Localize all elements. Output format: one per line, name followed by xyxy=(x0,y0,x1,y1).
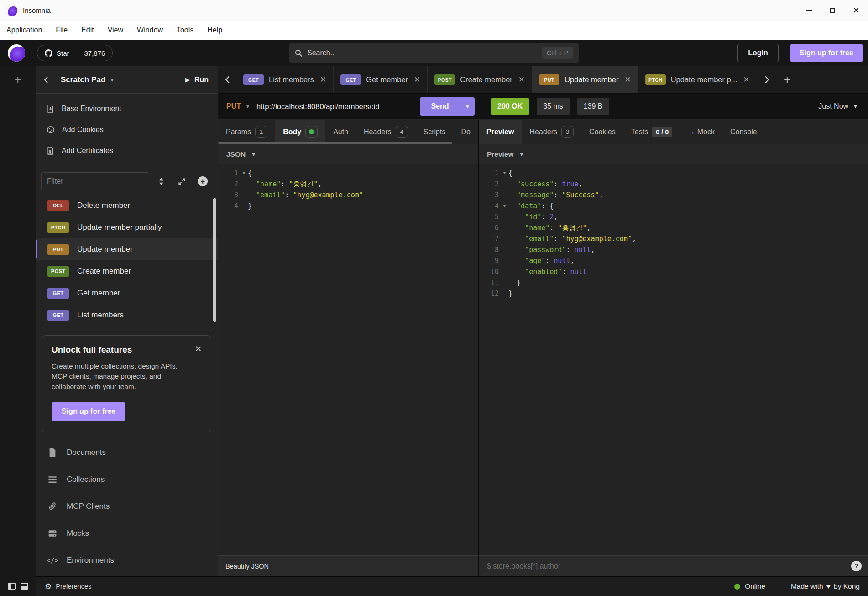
menubar: ApplicationFileEditViewWindowToolsHelp xyxy=(0,21,868,40)
github-star-button[interactable]: Star xyxy=(37,45,77,61)
run-button[interactable]: ▶ Run xyxy=(185,76,209,84)
horizontal-scrollbar[interactable] xyxy=(218,142,452,144)
sidebar-item-base-environment[interactable]: Base Environment xyxy=(36,98,218,119)
response-preview-viewer[interactable]: 1▼{2"success": true,3"message": "Success… xyxy=(479,164,868,555)
tab-create-member[interactable]: POSTCreate member✕ xyxy=(428,66,532,93)
request-item-list-members[interactable]: GETList members xyxy=(36,304,218,326)
history-label: Just Now xyxy=(818,102,848,111)
request-body-editor[interactable]: 1▼{2"name": "홍영길",3"email": "hyg@example… xyxy=(218,164,478,555)
sort-button[interactable] xyxy=(153,172,170,190)
response-tab-console[interactable]: Console xyxy=(722,120,765,144)
url-input[interactable]: http://localhost:8080/api/members/:id xyxy=(256,102,380,111)
tab-label: Do xyxy=(461,128,470,136)
chevron-down-icon: ▼ xyxy=(519,152,524,157)
response-line-4: 4▼"data": { xyxy=(479,200,868,211)
fold-arrow-icon[interactable]: ▼ xyxy=(501,200,508,211)
send-options-button[interactable]: ▼ xyxy=(460,97,475,116)
request-tab-body[interactable]: Body xyxy=(275,120,325,144)
close-tab-icon[interactable]: ✕ xyxy=(624,76,631,84)
close-icon[interactable]: ✕ xyxy=(195,345,202,353)
global-search[interactable]: Ctrl + P xyxy=(289,43,579,63)
tab-update-member[interactable]: PUTUpdate member✕ xyxy=(532,66,638,93)
search-input[interactable] xyxy=(307,49,542,57)
response-tab-mock[interactable]: → Mock xyxy=(680,120,722,144)
menu-file[interactable]: File xyxy=(56,26,68,34)
workspace-name[interactable]: Scratch Pad xyxy=(61,75,105,84)
close-tab-icon[interactable]: ✕ xyxy=(414,76,420,84)
request-tab-do[interactable]: Do xyxy=(453,120,478,144)
request-tab-params[interactable]: Params1 xyxy=(218,120,275,144)
online-label: Online xyxy=(745,582,765,591)
request-tab-scripts[interactable]: Scripts xyxy=(416,120,454,144)
request-item-update-member[interactable]: PUTUpdate member xyxy=(36,238,218,260)
menu-edit[interactable]: Edit xyxy=(81,26,94,34)
sidebar-nav-documents[interactable]: Documents xyxy=(36,439,218,466)
response-tab-cookies[interactable]: Cookies xyxy=(581,120,623,144)
signup-button[interactable]: Sign up for free xyxy=(790,44,863,62)
menu-window[interactable]: Window xyxy=(137,26,163,34)
vertical-scrollbar[interactable] xyxy=(213,198,216,322)
toggle-panel-icon[interactable] xyxy=(21,583,28,590)
request-label: List members xyxy=(77,311,124,320)
close-button[interactable]: ✕ xyxy=(844,0,868,21)
tabs-scroll-left-button[interactable] xyxy=(218,66,236,93)
sidebar-item-label: Add Cookies xyxy=(62,126,104,134)
tab-get-member[interactable]: GETGet member✕ xyxy=(334,66,428,93)
request-tab-auth[interactable]: Auth xyxy=(325,120,356,144)
signup-cta-button[interactable]: Sign up for free xyxy=(52,402,125,421)
menu-tools[interactable]: Tools xyxy=(177,26,193,34)
toggle-sidebar-icon[interactable] xyxy=(8,583,16,590)
sidebar-item-add-certificates[interactable]: Add Certificates xyxy=(36,140,218,161)
response-tab-preview[interactable]: Preview xyxy=(479,120,522,144)
tab-update-member-p[interactable]: PTCHUpdate member p...✕ xyxy=(638,66,757,93)
sidebar-nav-collections[interactable]: Collections xyxy=(36,466,218,493)
tabs-scroll-right-button[interactable] xyxy=(757,66,777,93)
maximize-button[interactable] xyxy=(821,0,844,21)
add-request-button[interactable]: + xyxy=(194,172,211,190)
request-item-update-member-partially[interactable]: PTCHUpdate member partially xyxy=(36,216,218,238)
preferences-label: Preferences xyxy=(56,583,91,590)
login-button[interactable]: Login xyxy=(737,44,779,62)
fold-arrow-icon[interactable]: ▼ xyxy=(501,168,508,179)
preview-mode-selector[interactable]: Preview ▼ xyxy=(479,144,868,164)
request-item-get-member[interactable]: GETGet member xyxy=(36,282,218,304)
new-workspace-button[interactable]: + xyxy=(14,74,21,85)
request-item-create-member[interactable]: POSTCreate member xyxy=(36,260,218,282)
response-history-dropdown[interactable]: Just Now ▼ xyxy=(818,102,858,111)
back-chevron-icon[interactable] xyxy=(41,76,51,84)
send-button[interactable]: Send xyxy=(420,102,460,111)
menu-view[interactable]: View xyxy=(108,26,123,34)
sidebar-nav-environments[interactable]: </>Environments xyxy=(36,547,218,574)
filter-input[interactable] xyxy=(41,172,149,190)
upsell-card: Unlock full features ✕ Create multiple c… xyxy=(42,335,211,432)
filter-help-button[interactable]: ? xyxy=(851,561,862,571)
divider xyxy=(55,74,55,85)
star-count[interactable]: 37,876 xyxy=(77,45,113,61)
preferences-button[interactable]: ⚙ Preferences xyxy=(45,583,91,591)
tab-list-members[interactable]: GETList members✕ xyxy=(236,66,334,93)
menu-application[interactable]: Application xyxy=(6,26,42,34)
line-number: 3 xyxy=(479,190,501,200)
beautify-json-button[interactable]: Beautify JSON xyxy=(218,563,269,570)
menu-help[interactable]: Help xyxy=(207,26,222,34)
response-filter-input[interactable] xyxy=(479,562,851,570)
request-tab-headers[interactable]: Headers4 xyxy=(356,120,415,144)
new-tab-button[interactable]: + xyxy=(777,66,797,93)
response-tab-tests[interactable]: Tests0 / 0 xyxy=(623,120,680,144)
minimize-button[interactable] xyxy=(797,0,821,21)
expand-all-button[interactable] xyxy=(173,172,190,190)
code-text: "name": "홍영길", xyxy=(508,222,591,233)
close-tab-icon[interactable]: ✕ xyxy=(743,76,750,84)
body-type-selector[interactable]: JSON ▼ xyxy=(218,144,478,164)
close-tab-icon[interactable]: ✕ xyxy=(518,76,525,84)
online-dot-icon xyxy=(734,584,740,590)
fold-arrow-icon[interactable]: ▼ xyxy=(240,168,248,179)
response-tab-headers[interactable]: Headers3 xyxy=(522,120,581,144)
method-selector[interactable]: PUT xyxy=(226,102,241,111)
request-item-delete-member[interactable]: DELDelete member xyxy=(36,195,218,216)
sidebar-nav-mcp-clients[interactable]: MCP Clients xyxy=(36,493,218,520)
sidebar-item-add-cookies[interactable]: Add Cookies xyxy=(36,119,218,140)
sidebar-nav-mocks[interactable]: Mocks xyxy=(36,520,218,547)
close-tab-icon[interactable]: ✕ xyxy=(320,76,326,84)
request-pane-tabs: Params1BodyAuthHeaders4ScriptsDo xyxy=(218,120,478,144)
